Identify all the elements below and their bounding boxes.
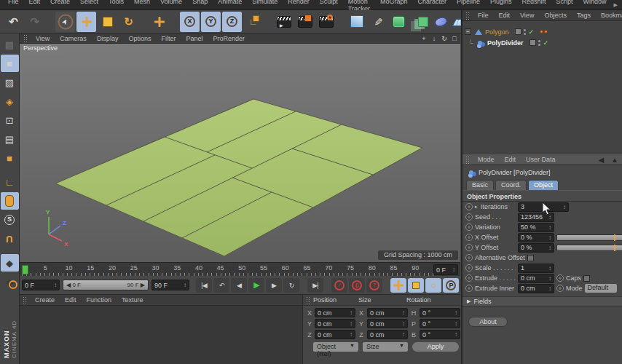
hierarchy-up-icon[interactable]: ▲: [611, 156, 618, 164]
current-frame-field[interactable]: 0 F ↕: [433, 264, 458, 275]
rotate-tool-icon[interactable]: ↻: [119, 12, 138, 32]
layer-toggle[interactable]: [515, 28, 521, 35]
caps-checkbox[interactable]: [583, 275, 590, 282]
enabled-check-icon[interactable]: ✓: [543, 39, 549, 47]
position-field[interactable]: 0 cm↕: [315, 330, 355, 339]
spinner-icon[interactable]: ↕: [548, 224, 551, 231]
spinner-icon[interactable]: ↕: [548, 285, 551, 292]
keyframe-circle[interactable]: [556, 285, 564, 292]
size-field[interactable]: 0 cm↕: [367, 308, 408, 317]
spinner-icon[interactable]: ↕: [454, 331, 457, 338]
keyframe-circle[interactable]: [465, 223, 473, 231]
workplane-mode-icon[interactable]: ◈: [1, 92, 19, 110]
object-menu-objects[interactable]: Objects: [539, 12, 572, 19]
workplane-lock-icon[interactable]: ◆: [1, 254, 19, 272]
y-offset-slider[interactable]: [556, 245, 622, 251]
material-menu-function[interactable]: Function: [82, 296, 117, 304]
spinner-icon[interactable]: ↕: [350, 320, 353, 327]
redo-icon[interactable]: ↷: [25, 12, 44, 32]
record-position-toggle[interactable]: [390, 278, 406, 293]
position-field[interactable]: 0 cm↕: [315, 308, 355, 317]
viewport-menu-options[interactable]: Options: [123, 35, 156, 42]
panel-grip[interactable]: [465, 12, 471, 20]
apply-button[interactable]: Apply: [412, 342, 459, 352]
frame-ruler[interactable]: 051015202530354045505560657075808590: [22, 263, 433, 277]
locked-workplane-icon[interactable]: ◆: [1, 273, 19, 290]
magnet-snap-icon[interactable]: U: [1, 230, 19, 248]
tab-basic[interactable]: Basic: [466, 180, 494, 190]
spinner-icon[interactable]: ↕: [454, 320, 457, 327]
keyframe-circle[interactable]: [465, 213, 473, 221]
keyframe-circle[interactable]: [556, 274, 564, 282]
panel-grip[interactable]: [23, 34, 28, 42]
keyframe-circle[interactable]: [465, 234, 473, 241]
axis-y-lock[interactable]: Y: [201, 12, 221, 32]
last-tool-icon[interactable]: [149, 12, 169, 32]
spinner-icon[interactable]: ↕: [454, 309, 457, 316]
fields-section-header[interactable]: ▶ Fields: [462, 296, 622, 306]
render-view-icon[interactable]: [274, 12, 294, 32]
points-mode-icon[interactable]: ⊡: [1, 111, 19, 129]
attribute-menu-edit[interactable]: Edit: [500, 156, 521, 163]
object-menu-view[interactable]: View: [515, 12, 539, 19]
toggle-view-icon[interactable]: □: [450, 35, 459, 42]
spinner-icon[interactable]: ↕: [350, 309, 353, 316]
mode-dropdown[interactable]: Default: [585, 284, 617, 293]
snap-icon[interactable]: S: [1, 211, 19, 229]
preview-range-slider[interactable]: ◀ 0 F 90 F ▶: [63, 280, 149, 290]
x-offset-field[interactable]: 0 % ↕: [518, 233, 554, 242]
spinner-icon[interactable]: ↕: [402, 320, 405, 327]
rotation-field[interactable]: 0 °↕: [420, 308, 460, 317]
about-button[interactable]: About: [468, 317, 508, 327]
coordinate-mode-dropdown[interactable]: Object (Rel)▼: [313, 342, 358, 352]
material-menu-edit[interactable]: Edit: [60, 296, 82, 304]
rotate-view-icon[interactable]: ↻: [440, 35, 449, 42]
spinner-icon[interactable]: ↕: [452, 266, 455, 273]
scale-field[interactable]: 1 ↕: [518, 264, 554, 273]
panel-grip[interactable]: [306, 296, 311, 304]
model-mode-icon[interactable]: ■: [1, 55, 19, 72]
visibility-dots[interactable]: [538, 40, 540, 46]
keyframe-circle[interactable]: [465, 203, 473, 210]
object-menu-tags[interactable]: Tags: [572, 12, 596, 19]
attribute-menu-user-data[interactable]: User Data: [521, 156, 561, 163]
size-field[interactable]: 0 cm↕: [367, 319, 408, 328]
extrude-inner-field[interactable]: 0 cm ↕: [518, 284, 554, 293]
visibility-dots[interactable]: [524, 29, 526, 35]
range-start-field[interactable]: 0 F ↕: [22, 280, 60, 290]
convert-object-icon[interactable]: ▩: [1, 36, 19, 53]
render-settings-icon[interactable]: [295, 12, 315, 32]
timeline-ruler[interactable]: 051015202530354045505560657075808590 0 F…: [20, 262, 460, 276]
move-tool-icon[interactable]: [76, 12, 96, 32]
record-parameter-toggle[interactable]: P: [443, 278, 459, 293]
spinner-icon[interactable]: ↕: [548, 245, 551, 251]
collapse-icon[interactable]: −: [465, 28, 471, 35]
axis-z-lock[interactable]: Z: [222, 12, 242, 32]
record-rotation-toggle[interactable]: ○: [425, 278, 441, 293]
spinner-icon[interactable]: ↕: [548, 234, 551, 241]
y-offset-field[interactable]: 0 % ↕: [518, 243, 554, 253]
panel-arrow-icon[interactable]: ▶: [612, 2, 620, 8]
deformer-icon[interactable]: [431, 12, 451, 32]
spinner-icon[interactable]: ↕: [563, 204, 566, 210]
subdivision-surface-icon[interactable]: [389, 12, 409, 32]
spinner-icon[interactable]: ↕: [402, 309, 405, 316]
dolly-view-icon[interactable]: ↓: [430, 35, 438, 42]
spinner-icon[interactable]: ↕: [548, 275, 551, 282]
object-menu-bookmarks[interactable]: Bookmarks: [596, 12, 622, 19]
tab-coord-[interactable]: Coord.: [495, 180, 527, 190]
goto-end-button[interactable]: ▶|: [307, 278, 323, 293]
render-queue-icon[interactable]: [316, 12, 336, 32]
autokeying-button[interactable]: (): [349, 278, 365, 293]
primitive-cube-icon[interactable]: [347, 12, 366, 32]
keyframe-circle[interactable]: [465, 274, 473, 282]
goto-start-button[interactable]: |◀: [196, 278, 212, 293]
undo-icon[interactable]: ↶: [4, 12, 23, 32]
timeline-playhead[interactable]: [22, 265, 28, 274]
rotation-field[interactable]: 0 °↕: [420, 330, 460, 339]
live-selection-icon[interactable]: ➤: [55, 12, 75, 32]
next-frame-button[interactable]: ▶: [266, 278, 282, 293]
layer-toggle[interactable]: [530, 39, 536, 46]
selection-tag-icons[interactable]: [540, 30, 548, 33]
viewport-menu-cameras[interactable]: Cameras: [55, 35, 92, 42]
